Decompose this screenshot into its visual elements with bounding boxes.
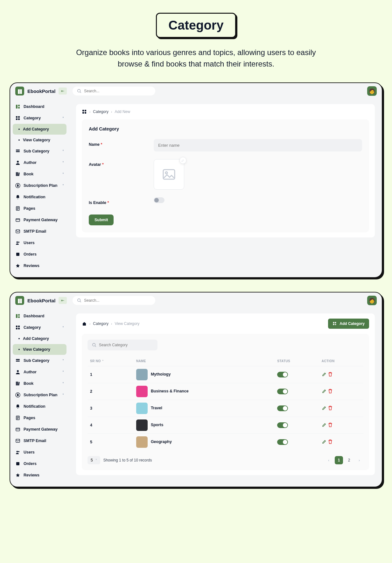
edit-button[interactable] <box>322 389 327 394</box>
page-next[interactable]: › <box>355 456 363 464</box>
sidebar-item-subscription[interactable]: Subscription Plan˅ <box>13 180 66 191</box>
chevron-right-icon: › <box>111 110 112 114</box>
sidebar-item-book[interactable]: Book˅ <box>13 168 66 180</box>
sidebar-item-users[interactable]: Users <box>13 447 66 458</box>
sidebar-item-subscription[interactable]: Subscription Plan˅ <box>13 389 66 401</box>
delete-button[interactable] <box>328 405 333 411</box>
sidebar-item-dashboard[interactable]: Dashboard <box>13 101 66 112</box>
search-input[interactable] <box>84 298 151 303</box>
grid-icon <box>82 109 87 114</box>
sidebar-item-dashboard[interactable]: Dashboard <box>13 310 66 322</box>
sidebar-item-author[interactable]: Author˅ <box>13 157 66 168</box>
sidebar-item-orders[interactable]: Orders <box>13 458 66 469</box>
search-category-input[interactable] <box>99 343 153 347</box>
page-number[interactable]: 2 <box>345 456 353 464</box>
search-input[interactable] <box>84 89 151 93</box>
edit-button[interactable] <box>322 439 327 444</box>
sidebar-item-payment-gateway[interactable]: Payment Gateway <box>13 424 66 435</box>
add-category-button[interactable]: Add Category <box>328 319 369 329</box>
sidebar-sub-view-category[interactable]: View Category <box>13 135 66 145</box>
sidebar-label: Orders <box>24 252 37 257</box>
edit-button[interactable] <box>322 422 327 427</box>
edit-avatar-button[interactable] <box>179 157 186 164</box>
edit-button[interactable] <box>322 372 327 377</box>
name-input[interactable] <box>154 139 362 151</box>
search-input-wrap[interactable] <box>73 296 155 305</box>
card-icon <box>15 427 20 432</box>
col-action: ACTION <box>319 356 363 366</box>
page-number[interactable]: 1 <box>335 456 343 464</box>
sidebar-item-book[interactable]: Book˅ <box>13 378 66 389</box>
user-avatar[interactable]: 🧑 <box>367 86 377 96</box>
sidebar-label: Payment Gateway <box>24 218 58 222</box>
dashboard-icon <box>15 104 20 109</box>
breadcrumb-item[interactable]: Category <box>93 321 108 326</box>
table-row: 5Geography <box>88 434 363 451</box>
sidebar-sub-view-category[interactable]: View Category <box>13 344 66 355</box>
sidebar-item-pages[interactable]: Pages <box>13 203 66 214</box>
sidebar-item-reviews[interactable]: Reviews <box>13 469 66 481</box>
delete-button[interactable] <box>328 372 333 377</box>
add-category-screenshot: EbookPortal ⇤ 🧑 Dashboard Category˄ Add … <box>10 82 382 278</box>
sidebar-label: Reviews <box>24 473 39 477</box>
breadcrumb-item[interactable]: Category <box>93 109 108 114</box>
sidebar-label: SMTP Email <box>24 229 46 234</box>
cell-action <box>319 417 363 434</box>
book-icon <box>15 381 20 386</box>
page-prev[interactable]: ‹ <box>325 456 333 464</box>
delete-button[interactable] <box>328 422 333 427</box>
sidebar-item-subcategory[interactable]: Sub Category˅ <box>13 355 66 366</box>
search-category-wrap[interactable] <box>88 340 158 350</box>
sidebar-item-notification[interactable]: Notification <box>13 401 66 412</box>
col-srno[interactable]: SR NO˄ <box>88 356 134 366</box>
sidebar-item-subcategory[interactable]: Sub Category˅ <box>13 145 66 157</box>
status-toggle[interactable] <box>277 439 288 445</box>
sidebar-label: Book <box>24 172 33 176</box>
status-toggle[interactable] <box>277 405 288 411</box>
table-row: 2Business & Finance <box>88 383 363 400</box>
status-toggle[interactable] <box>277 372 288 377</box>
mail-icon <box>15 438 20 443</box>
sidebar-item-smtp[interactable]: SMTP Email <box>13 435 66 447</box>
cell-name: Business & Finance <box>134 383 275 400</box>
chevron-right-icon: › <box>89 322 90 326</box>
sidebar-item-notification[interactable]: Notification <box>13 191 66 203</box>
enable-toggle[interactable] <box>154 197 164 203</box>
image-placeholder-icon <box>162 168 176 180</box>
search-input-wrap[interactable] <box>73 87 155 95</box>
avatar-upload[interactable] <box>154 159 184 190</box>
status-toggle[interactable] <box>277 422 288 428</box>
sidebar-item-smtp[interactable]: SMTP Email <box>13 226 66 237</box>
sidebar-label: Sub Category <box>24 149 49 153</box>
sidebar-collapse-button[interactable]: ⇤ <box>59 88 67 95</box>
sidebar-item-reviews[interactable]: Reviews <box>13 260 66 271</box>
sidebar-item-author[interactable]: Author˅ <box>13 366 66 378</box>
sidebar-item-payment-gateway[interactable]: Payment Gateway <box>13 214 66 226</box>
col-name[interactable]: NAME <box>134 356 275 366</box>
sidebar-collapse-button[interactable]: ⇤ <box>59 297 67 304</box>
cell-action <box>319 366 363 383</box>
chevron-down-icon: ˅ <box>62 393 64 397</box>
submit-button[interactable]: Submit <box>89 215 114 225</box>
delete-button[interactable] <box>328 439 333 444</box>
breadcrumb: › Category › Add New <box>82 109 369 114</box>
sidebar-sub-add-category[interactable]: Add Category <box>13 124 66 135</box>
sidebar-item-pages[interactable]: Pages <box>13 412 66 424</box>
sidebar-item-category[interactable]: Category˄ <box>13 322 66 333</box>
delete-button[interactable] <box>328 389 333 394</box>
col-status[interactable]: STATUS <box>275 356 319 366</box>
cell-status <box>275 383 319 400</box>
name-label: Name * <box>89 139 146 151</box>
chevron-down-icon: ˅ <box>95 459 97 462</box>
page-size-select[interactable]: 5˅ <box>88 456 100 464</box>
sidebar-item-category[interactable]: Category˄ <box>13 112 66 124</box>
chevron-down-icon: ˅ <box>62 359 64 362</box>
sidebar-sub-label: View Category <box>23 138 50 142</box>
user-avatar[interactable]: 🧑 <box>367 296 377 305</box>
sidebar-item-users[interactable]: Users <box>13 237 66 249</box>
status-toggle[interactable] <box>277 389 288 394</box>
edit-button[interactable] <box>322 405 327 411</box>
sidebar-label: Users <box>24 241 35 245</box>
sidebar-sub-add-category[interactable]: Add Category <box>13 333 66 344</box>
sidebar-item-orders[interactable]: Orders <box>13 249 66 260</box>
